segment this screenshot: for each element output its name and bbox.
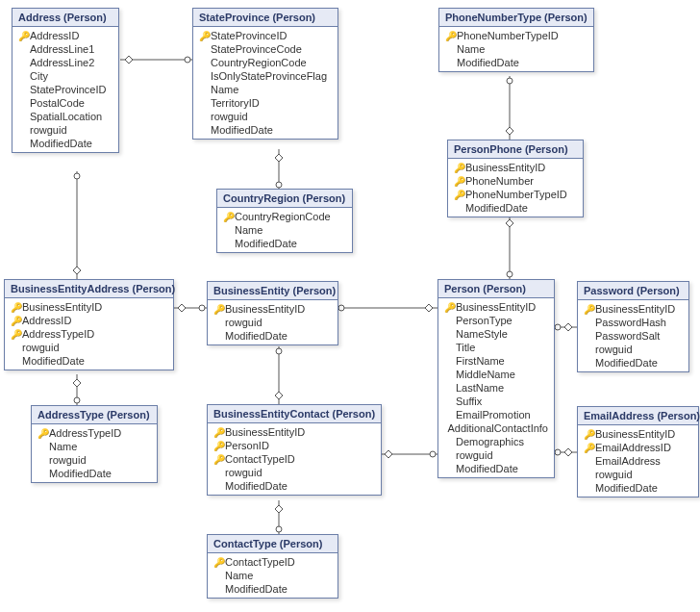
primary-key-icon: 🔑 [444, 302, 456, 313]
column-name: PostalCode [30, 97, 85, 109]
primary-key-icon: 🔑 [38, 428, 49, 439]
column-name: NameStyle [456, 328, 508, 340]
column-row: ModifiedDate [193, 123, 338, 137]
column-name: Title [456, 342, 475, 353]
column-row: Name [193, 83, 338, 96]
column-row: City [12, 69, 118, 83]
column-row: 🔑AddressTypeID [32, 426, 157, 440]
svg-point-19 [555, 449, 561, 455]
entity-countryregion[interactable]: CountryRegion (Person) 🔑CountryRegionCod… [216, 189, 353, 253]
column-name: BusinessEntityID [595, 303, 675, 315]
column-row: 🔑PersonID [208, 439, 381, 452]
column-name: BusinessEntityID [595, 428, 675, 440]
primary-key-icon: 🔑 [11, 316, 22, 326]
column-row: MiddleName [438, 368, 554, 381]
column-name: AdditionalContactInfo [447, 422, 548, 434]
entity-contacttype[interactable]: ContactType (Person) 🔑ContactTypeIDNameM… [207, 534, 338, 599]
column-name: City [30, 70, 48, 82]
entity-columns: 🔑AddressTypeIDNamerowguidModifiedDate [32, 424, 157, 482]
entity-columns: 🔑ContactTypeIDNameModifiedDate [208, 553, 338, 598]
column-name: Demographics [456, 436, 524, 447]
entity-person[interactable]: Person (Person) 🔑BusinessEntityIDPersonT… [438, 279, 555, 478]
column-row: LastName [438, 381, 554, 395]
column-row: 🔑AddressTypeID [5, 327, 173, 341]
svg-point-1 [185, 57, 190, 63]
primary-key-icon: 🔑 [454, 190, 465, 200]
column-row: 🔑AddressID [12, 29, 118, 42]
svg-marker-22 [385, 450, 392, 458]
column-name: AddressID [22, 315, 71, 326]
primary-key-icon: 🔑 [199, 31, 211, 41]
svg-marker-24 [275, 505, 283, 513]
column-row: CountryRegionCode [193, 56, 338, 69]
column-row: rowguid [193, 110, 338, 123]
column-row: Suffix [438, 395, 554, 408]
column-row: ModifiedDate [5, 354, 173, 368]
column-name: ModifiedDate [456, 463, 518, 474]
column-name: PersonID [225, 440, 269, 451]
column-row: Name [439, 42, 593, 56]
svg-marker-20 [275, 392, 283, 399]
entity-stateprovince[interactable]: StateProvince (Person) 🔑StateProvinceIDS… [192, 8, 338, 140]
column-row: 🔑CountryRegionCode [217, 210, 352, 223]
svg-marker-2 [275, 154, 283, 162]
svg-point-13 [199, 305, 205, 311]
column-name: ContactTypeID [225, 453, 295, 465]
entity-personphone[interactable]: PersonPhone (Person) 🔑BusinessEntityID🔑P… [447, 140, 584, 217]
column-name: ModifiedDate [465, 202, 528, 214]
column-name: ModifiedDate [457, 57, 519, 68]
column-name: Name [225, 570, 253, 581]
entity-title: BusinessEntityContact (Person) [208, 405, 381, 423]
primary-key-icon: 🔑 [445, 31, 457, 41]
column-name: StateProvinceCode [211, 43, 302, 55]
column-row: ModifiedDate [217, 237, 352, 250]
entity-phonenumbertype[interactable]: PhoneNumberType (Person) 🔑PhoneNumberTyp… [438, 8, 594, 72]
column-row: rowguid [12, 123, 118, 137]
entity-columns: 🔑BusinessEntityID🔑EmailAddressIDEmailAdd… [578, 425, 698, 497]
column-row: rowguid [32, 453, 157, 467]
svg-marker-18 [564, 448, 572, 456]
entity-businessentityaddress[interactable]: BusinessEntityAddress (Person) 🔑Business… [4, 279, 174, 370]
column-row: PasswordHash [578, 316, 688, 329]
svg-point-17 [555, 324, 561, 330]
entity-businessentitycontact[interactable]: BusinessEntityContact (Person) 🔑Business… [207, 404, 382, 496]
primary-key-icon: 🔑 [584, 443, 595, 453]
column-name: Suffix [456, 395, 482, 407]
entity-addresstype[interactable]: AddressType (Person) 🔑AddressTypeIDNamer… [31, 405, 158, 483]
svg-marker-4 [506, 127, 513, 135]
entity-columns: 🔑BusinessEntityID🔑AddressID🔑AddressTypeI… [5, 298, 173, 370]
column-row: 🔑BusinessEntityID [208, 302, 338, 316]
column-name: rowguid [22, 342, 60, 353]
column-name: SpatialLocation [30, 111, 102, 122]
column-name: Name [457, 43, 485, 55]
svg-marker-0 [125, 56, 133, 64]
column-name: ModifiedDate [235, 238, 297, 249]
svg-point-3 [276, 182, 282, 188]
column-row: 🔑BusinessEntityID [578, 302, 688, 316]
entity-emailaddress[interactable]: EmailAddress (Person) 🔑BusinessEntityID🔑… [577, 406, 699, 497]
primary-key-icon: 🔑 [213, 557, 225, 568]
column-row: PostalCode [12, 96, 118, 110]
entity-password[interactable]: Password (Person) 🔑BusinessEntityIDPassw… [577, 281, 689, 372]
entity-columns: 🔑StateProvinceIDStateProvinceCodeCountry… [193, 27, 338, 139]
column-row: FirstName [438, 354, 554, 368]
column-name: AddressTypeID [22, 328, 94, 340]
primary-key-icon: 🔑 [213, 454, 225, 465]
entity-title: AddressType (Person) [32, 406, 157, 424]
column-name: rowguid [456, 449, 493, 461]
entity-businessentity[interactable]: BusinessEntity (Person) 🔑BusinessEntityI… [207, 281, 338, 345]
column-name: CountryRegionCode [235, 211, 331, 222]
column-row: 🔑BusinessEntityID [438, 300, 554, 314]
column-name: PhoneNumberTypeID [465, 189, 567, 200]
column-row: PasswordSalt [578, 329, 688, 343]
primary-key-icon: 🔑 [454, 163, 465, 173]
entity-address[interactable]: Address (Person) 🔑AddressIDAddressLine1A… [12, 8, 119, 153]
primary-key-icon: 🔑 [11, 329, 22, 340]
column-row: 🔑PhoneNumberTypeID [439, 29, 593, 42]
column-name: BusinessEntityID [22, 301, 102, 313]
column-row: ModifiedDate [208, 582, 338, 596]
primary-key-icon: 🔑 [11, 302, 22, 313]
column-row: 🔑ContactTypeID [208, 555, 338, 569]
column-name: ModifiedDate [595, 482, 658, 494]
column-name: BusinessEntityID [225, 426, 305, 438]
